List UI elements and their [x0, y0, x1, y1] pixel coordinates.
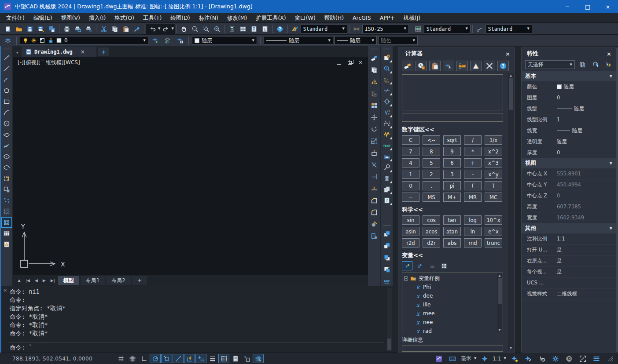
- calc-key-x^y[interactable]: x^y: [485, 170, 502, 179]
- quick-select-button[interactable]: [578, 60, 588, 69]
- tree-item-mee[interactable]: xmee: [415, 309, 496, 318]
- text-style-select[interactable]: Standard▼: [301, 25, 347, 33]
- new-file-button[interactable]: [2, 24, 13, 34]
- calc-get-coordinates-button[interactable]: [443, 61, 454, 71]
- select-objects-button[interactable]: [591, 60, 600, 69]
- arc-button[interactable]: [1, 107, 12, 118]
- circle-button[interactable]: [1, 118, 12, 129]
- multiline-text-button[interactable]: A: [1, 239, 12, 250]
- calc-key-([interactable]: (: [464, 181, 482, 190]
- make-block-button[interactable]: [1, 184, 12, 195]
- calc-angle-of-line-button[interactable]: [470, 61, 482, 71]
- property-value[interactable]: 0: [554, 190, 616, 201]
- layout-tab-模型[interactable]: 模型: [58, 276, 79, 285]
- hatch-button[interactable]: [1, 206, 12, 217]
- tree-item-ille[interactable]: xille: [415, 300, 496, 309]
- calculator-close-icon[interactable]: ×: [505, 51, 510, 57]
- command-history[interactable]: 命令: ni1 命令: 指定对角点: *取消* 命令: *取消* 命令: *取消…: [10, 288, 66, 338]
- calc-key-sin[interactable]: sin: [402, 215, 419, 225]
- calc-key-asin[interactable]: asin: [402, 227, 419, 236]
- menu-item-11[interactable]: 窗口(W): [291, 13, 320, 23]
- calc-key-=[interactable]: =: [402, 193, 419, 202]
- tree-root-item[interactable]: -x变量样例: [404, 274, 496, 283]
- command-prompt[interactable]: 命令: `: [10, 344, 32, 352]
- polygon-button[interactable]: [1, 85, 12, 96]
- offset-button[interactable]: [369, 88, 379, 99]
- user-manual-button[interactable]: ?: [382, 195, 392, 206]
- menu-item-3[interactable]: 视图(V): [57, 13, 85, 23]
- property-value[interactable]: 1602.9349: [554, 212, 616, 223]
- transparency-toggle[interactable]: [218, 354, 229, 363]
- region-button[interactable]: [1, 217, 12, 228]
- calc-key-MS[interactable]: MS: [423, 193, 440, 202]
- scroll-up-icon[interactable]: ▲: [510, 74, 512, 77]
- calc-key-trunc[interactable]: trunc: [485, 238, 502, 248]
- calc-key-*[interactable]: *: [464, 147, 482, 156]
- calc-distance-between-points-button[interactable]: [456, 61, 468, 71]
- attach-file-button[interactable]: [260, 24, 271, 34]
- scroll-up-icon[interactable]: ▲: [498, 274, 500, 277]
- menu-item-5[interactable]: 格式(O): [110, 13, 139, 23]
- numpad-section-label[interactable]: 数字键区<<: [402, 126, 503, 134]
- open-file-button[interactable]: [13, 24, 24, 34]
- ellipse-arc-button[interactable]: [1, 162, 12, 173]
- line-button[interactable]: [1, 52, 12, 63]
- menu-item-7[interactable]: 绘图(D): [166, 13, 194, 23]
- cut-button[interactable]: [98, 24, 109, 34]
- calc-intersection-button[interactable]: [484, 61, 495, 71]
- insert-block-button[interactable]: [1, 173, 12, 184]
- quick-calculator-button[interactable]: [227, 24, 238, 34]
- send-under-objects-button[interactable]: [382, 264, 392, 275]
- text-annotation-button[interactable]: TEXT: [382, 140, 392, 151]
- close-button[interactable]: ×: [598, 0, 618, 13]
- calc-key-1[interactable]: 1: [402, 170, 419, 179]
- zoom-previous-button[interactable]: [212, 24, 223, 34]
- menu-item-12[interactable]: 帮助(H): [320, 13, 348, 23]
- settings-gear-button[interactable]: [550, 354, 561, 363]
- rotate-button[interactable]: [369, 124, 379, 135]
- multileader-style-button[interactable]: [475, 24, 486, 34]
- isolate-objects-button[interactable]: [536, 354, 547, 363]
- mdi-minimize-icon[interactable]: [337, 64, 341, 65]
- calc-key-<--[interactable]: <--: [423, 135, 440, 145]
- scroll-down-icon[interactable]: ▼: [498, 328, 500, 332]
- chamfer-button[interactable]: [369, 195, 379, 206]
- layer-properties-button[interactable]: [2, 36, 13, 46]
- new-category-button[interactable]: x: [414, 261, 425, 270]
- property-value[interactable]: 450.4994: [554, 179, 616, 190]
- menu-item-14[interactable]: APP+: [375, 13, 399, 23]
- fillet-button[interactable]: [369, 207, 379, 218]
- copy-button[interactable]: [109, 24, 120, 34]
- selection-dropdown[interactable]: 无选择 ▼: [525, 60, 575, 69]
- table-style-select[interactable]: Standard▼: [424, 25, 471, 33]
- mdi-close-icon[interactable]: ×: [358, 60, 363, 65]
- property-value[interactable]: 607.7385: [554, 201, 616, 212]
- calc-key-+[interactable]: +: [464, 158, 482, 167]
- table-style-button[interactable]: [413, 24, 424, 34]
- copy-object-button[interactable]: [369, 64, 379, 76]
- command-scrollbar[interactable]: [387, 288, 392, 351]
- menu-item-15[interactable]: 机械(J): [399, 13, 425, 23]
- zoom-window-button[interactable]: [201, 24, 212, 34]
- menu-item-1[interactable]: 文件(F): [2, 13, 29, 23]
- selection-cycling-toggle[interactable]: [241, 354, 252, 363]
- break-button[interactable]: [369, 183, 379, 194]
- calculator-scrollbar[interactable]: ▲▼: [508, 73, 514, 350]
- pan-button[interactable]: [179, 24, 190, 34]
- tree-item-dee[interactable]: xdee: [415, 291, 496, 300]
- property-value[interactable]: 0: [554, 147, 616, 158]
- calc-help-button[interactable]: ?: [497, 61, 509, 71]
- menu-item-9[interactable]: 修改(M): [223, 13, 252, 23]
- graphics-performance-toggle[interactable]: [253, 354, 264, 363]
- calc-key-sqrt[interactable]: sqrt: [443, 135, 461, 145]
- calc-clear-button[interactable]: [402, 61, 413, 71]
- menu-item-13[interactable]: ArcGIS: [348, 13, 375, 23]
- scientific-section-label[interactable]: 科学<<: [402, 206, 503, 214]
- layer-previous-button[interactable]: [162, 36, 173, 46]
- calc-paste-to-commandline-button[interactable]: [429, 61, 441, 71]
- scrollbar-thumb[interactable]: [498, 278, 502, 304]
- viewport-controls-label[interactable]: [-][俯视][二维线框][WCS]: [18, 59, 80, 66]
- property-value[interactable]: 是: [554, 255, 616, 266]
- full-screen-button[interactable]: [577, 354, 588, 363]
- unit-format-button[interactable]: 0.0: [447, 354, 458, 363]
